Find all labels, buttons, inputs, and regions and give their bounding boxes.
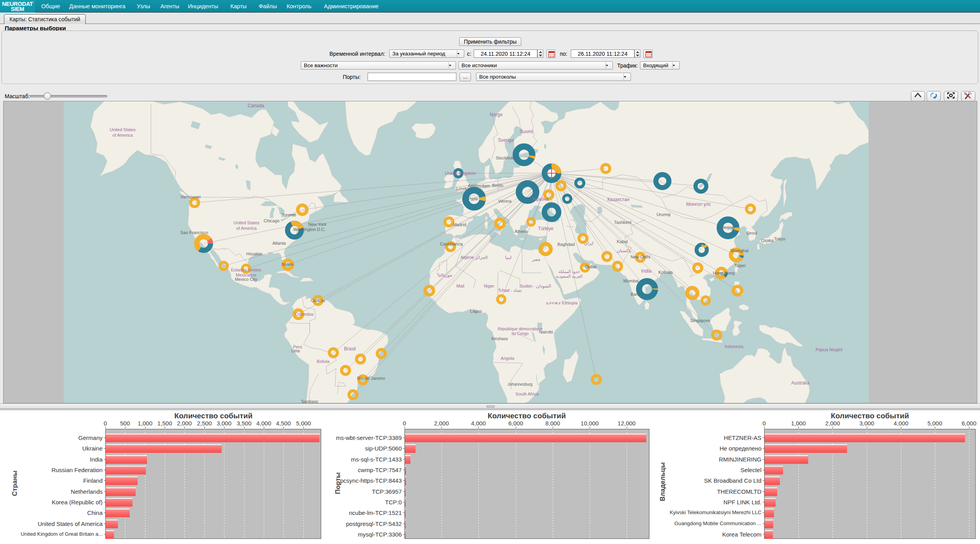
- svg-text:Amsterdam: Amsterdam: [468, 183, 490, 188]
- svg-text:Canada: Canada: [248, 103, 264, 108]
- svg-text:New Delhi: New Delhi: [631, 255, 650, 259]
- svg-text:موريتانيا: موريتانيا: [438, 273, 452, 278]
- svg-text:Niger: Niger: [484, 284, 495, 288]
- svg-text:پاکستان: پاکستان: [617, 248, 631, 253]
- svg-text:Kabul: Kabul: [617, 239, 628, 244]
- svg-text:Colombia: Colombia: [295, 312, 314, 317]
- svg-text:South Africa: South Africa: [515, 392, 539, 396]
- svg-text:Angola: Angola: [501, 356, 515, 361]
- svg-text:Algérie الجزائر: Algérie الجزائر: [460, 255, 487, 260]
- svg-text:San Francisco: San Francisco: [180, 230, 208, 235]
- svg-text:مصر: مصر: [531, 257, 541, 262]
- svg-text:Sudan - السودان: Sudan - السودان: [520, 284, 551, 289]
- svg-text:Mexico City: Mexico City: [235, 277, 257, 282]
- svg-text:Washington D.C.: Washington D.C.: [293, 227, 326, 232]
- svg-text:Vancouver: Vancouver: [180, 194, 201, 199]
- svg-text:Seoul: Seoul: [746, 231, 757, 235]
- svg-text:Papua Niugini: Papua Niugini: [816, 347, 843, 352]
- svg-text:العربية السعودية: العربية السعودية: [556, 274, 582, 278]
- svg-text:Türkiye: Türkiye: [538, 226, 553, 231]
- svg-text:Lagos: Lagos: [470, 309, 482, 313]
- svg-text:ኢትዮጵያ Ethiopia: ኢትዮጵያ Ethiopia: [546, 300, 578, 305]
- svg-text:Vienna: Vienna: [498, 199, 512, 203]
- svg-text:Казахстан: Казахстан: [607, 197, 629, 202]
- svg-text:Baghdad: Baghdad: [557, 242, 575, 247]
- svg-text:Taipei: Taipei: [734, 263, 746, 268]
- svg-text:Tokyo: Tokyo: [774, 236, 785, 241]
- svg-text:Bolivia: Bolivia: [317, 359, 330, 364]
- svg-text:Kolkata: Kolkata: [658, 270, 673, 275]
- svg-text:Rio de Janeiro: Rio de Janeiro: [357, 376, 385, 381]
- svg-text:Bang: Bang: [631, 292, 641, 297]
- svg-text:New York: New York: [308, 222, 327, 227]
- svg-text:ليبيا: ليبيا: [505, 255, 512, 260]
- svg-text:London: London: [456, 186, 471, 191]
- svg-text:of America: of America: [236, 226, 257, 231]
- svg-text:Australia: Australia: [791, 380, 810, 386]
- svg-text:Athens: Athens: [515, 229, 528, 234]
- svg-text:Mexicanos: Mexicanos: [236, 273, 257, 277]
- svg-text:Caracas: Caracas: [311, 299, 325, 303]
- svg-text:Houston: Houston: [246, 251, 263, 256]
- svg-text:Suomi: Suomi: [520, 129, 533, 134]
- svg-text:Paris: Paris: [468, 196, 478, 201]
- svg-text:Santiago: Santiago: [301, 399, 318, 403]
- svg-text:Johannesburg: Johannesburg: [507, 382, 532, 386]
- svg-text:Beijing: Beijing: [721, 225, 734, 230]
- svg-text:Lima: Lima: [291, 349, 300, 353]
- svg-text:Hong Kong: Hong Kong: [713, 271, 734, 275]
- svg-text:Chicago: Chicago: [264, 218, 279, 223]
- svg-text:République démocratique: République démocratique: [498, 327, 542, 331]
- svg-text:United States: United States: [234, 220, 260, 225]
- svg-text:Tashkent: Tashkent: [614, 220, 631, 225]
- svg-text:Toronto: Toronto: [282, 212, 296, 217]
- svg-text:Indonesia: Indonesia: [724, 344, 744, 349]
- svg-text:Shanghai: Shanghai: [730, 248, 749, 253]
- svg-text:Україна: Україна: [532, 196, 549, 202]
- svg-text:حدود المملكة: حدود المملكة: [558, 269, 580, 274]
- svg-text:Estados Unidos: Estados Unidos: [231, 267, 261, 272]
- svg-text:United Kingdom: United Kingdom: [445, 171, 476, 176]
- svg-text:Tchad - تشاد: Tchad - تشاد: [498, 288, 522, 293]
- svg-text:Sverige: Sverige: [498, 137, 514, 143]
- svg-text:Miami: Miami: [282, 262, 293, 267]
- svg-text:Singapore: Singapore: [690, 318, 710, 323]
- svg-text:Brasil: Brasil: [344, 346, 356, 352]
- svg-text:Mali: Mali: [456, 284, 464, 288]
- svg-text:Монгол улс: Монгол улс: [686, 201, 711, 207]
- svg-text:United States: United States: [110, 127, 136, 132]
- svg-text:du Congo: du Congo: [511, 332, 529, 336]
- svg-text:Casablanca: Casablanca: [440, 242, 463, 246]
- svg-text:Urumqi: Urumqi: [656, 212, 670, 217]
- svg-text:Madrid: Madrid: [453, 222, 466, 227]
- svg-text:Kinshasa: Kinshasa: [491, 337, 508, 341]
- svg-text:Stockholm: Stockholm: [496, 156, 516, 160]
- svg-text:Dubai: Dubai: [585, 264, 597, 269]
- svg-text:Berlin: Berlin: [492, 183, 503, 188]
- svg-text:India: India: [641, 268, 651, 274]
- svg-text:Osaka: Osaka: [761, 238, 774, 243]
- svg-text:Atlanta: Atlanta: [272, 241, 286, 245]
- svg-text:of America: of America: [112, 133, 133, 137]
- svg-text:ایران: ایران: [584, 241, 593, 246]
- svg-text:Mumbai: Mumbai: [623, 278, 638, 283]
- svg-text:Norge: Norge: [490, 112, 503, 117]
